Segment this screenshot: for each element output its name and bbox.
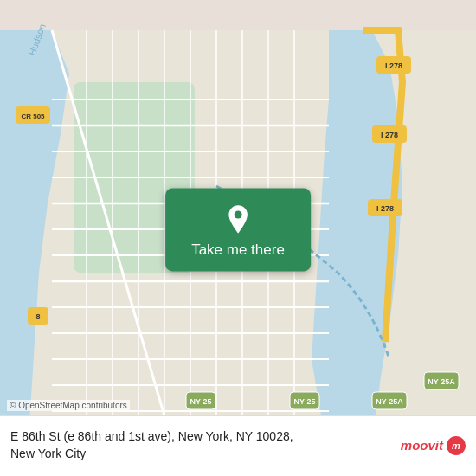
location-pin-icon: [222, 203, 254, 235]
svg-text:I 278: I 278: [381, 131, 398, 139]
take-me-there-overlay[interactable]: Take me there: [165, 188, 311, 271]
take-me-there-button[interactable]: Take me there: [191, 241, 285, 259]
map-container: I 278 I 278 I 278 CR 505 8 NY 25 NY 25 N…: [0, 0, 476, 476]
svg-point-44: [234, 211, 241, 219]
map-attribution: © OpenStreetMap contributors: [7, 400, 130, 411]
svg-text:NY 25: NY 25: [294, 397, 316, 406]
address-line2: New York City: [10, 446, 392, 463]
svg-text:NY 25: NY 25: [190, 397, 212, 406]
svg-text:8: 8: [35, 312, 40, 321]
moovit-dot-icon: m: [447, 436, 466, 455]
svg-text:I 278: I 278: [376, 204, 394, 213]
svg-text:I 278: I 278: [385, 61, 402, 70]
address-block: E 86th St (e 86th and 1st ave), New York…: [10, 428, 392, 462]
destination-panel[interactable]: Take me there: [165, 188, 311, 271]
svg-text:NY 25A: NY 25A: [376, 397, 403, 406]
svg-text:CR 505: CR 505: [21, 113, 45, 120]
svg-text:NY 25A: NY 25A: [428, 377, 455, 386]
info-bar: E 86th St (e 86th and 1st ave), New York…: [0, 415, 476, 476]
address-line1: E 86th St (e 86th and 1st ave), New York…: [10, 428, 392, 446]
moovit-text: moovit: [401, 438, 443, 453]
moovit-logo: moovit m: [401, 436, 466, 455]
